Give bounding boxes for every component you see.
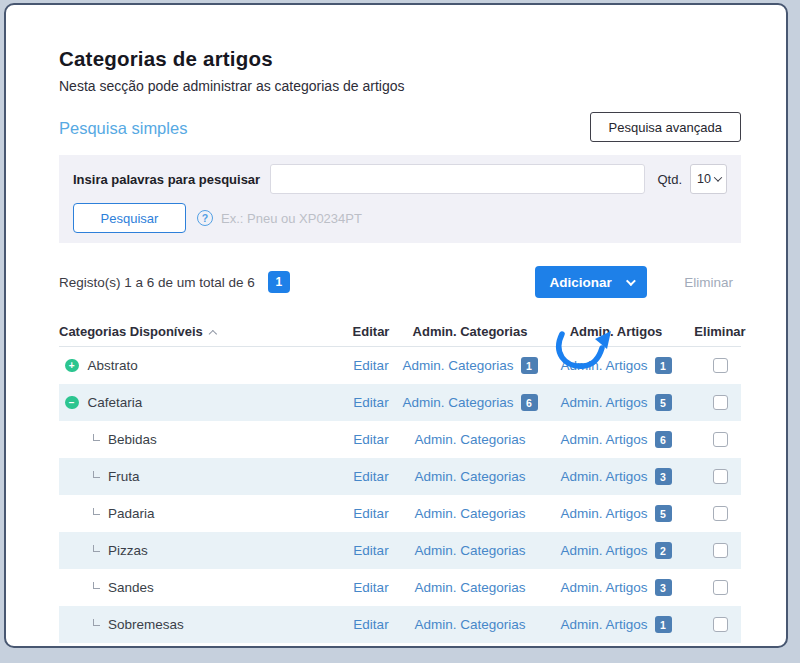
admin-articles-cell: Admin. Artigos5 — [537, 394, 695, 411]
category-name: Sobremesas — [108, 617, 184, 632]
qty-select[interactable]: 10 — [690, 164, 727, 194]
row-checkbox[interactable] — [713, 506, 728, 521]
page-title: Categorias de artigos — [59, 47, 741, 71]
admin-categories-link[interactable]: Admin. Categorias — [402, 395, 513, 410]
collapse-minus-icon[interactable]: − — [65, 396, 79, 410]
column-header-edit: Editar — [339, 324, 403, 339]
chevron-down-icon — [714, 173, 722, 181]
table-row: PizzasEditarAdmin. CategoriasAdmin. Arti… — [59, 532, 741, 569]
subcategory-branch-icon — [93, 508, 100, 515]
admin-articles-link[interactable]: Admin. Artigos — [560, 506, 647, 521]
row-checkbox[interactable] — [713, 617, 728, 632]
edit-cell: Editar — [339, 432, 403, 447]
admin-articles-cell: Admin. Artigos1 — [537, 357, 695, 374]
admin-articles-count-badge[interactable]: 3 — [655, 468, 672, 485]
records-summary: Registo(s) 1 a 6 de um total de 6 — [59, 275, 255, 290]
admin-articles-link[interactable]: Admin. Artigos — [560, 395, 647, 410]
category-name-cell: Fruta — [59, 469, 339, 484]
edit-link[interactable]: Editar — [353, 395, 388, 410]
help-icon[interactable]: ? — [197, 210, 213, 226]
row-checkbox[interactable] — [713, 395, 728, 410]
edit-link[interactable]: Editar — [353, 469, 388, 484]
admin-articles-cell: Admin. Artigos5 — [537, 505, 695, 522]
admin-articles-cell: Admin. Artigos1 — [537, 616, 695, 633]
admin-articles-link[interactable]: Admin. Artigos — [560, 358, 647, 373]
pagination-page-button[interactable]: 1 — [268, 271, 290, 293]
add-button[interactable]: Adicionar — [535, 266, 647, 298]
edit-cell: Editar — [339, 358, 403, 373]
table-row: −CafetariaEditarAdmin. Categorias6Admin.… — [59, 384, 741, 421]
records-toolbar: Registo(s) 1 a 6 de um total de 6 1 Adic… — [59, 266, 741, 298]
admin-articles-count-badge[interactable]: 1 — [655, 616, 672, 633]
table-body: +AbstratoEditarAdmin. Categorias1Admin. … — [59, 347, 741, 643]
categories-table: Categorias Disponíveis Editar Admin. Cat… — [59, 321, 741, 643]
edit-cell: Editar — [339, 469, 403, 484]
row-checkbox[interactable] — [713, 358, 728, 373]
advanced-search-button[interactable]: Pesquisa avançada — [590, 112, 741, 142]
edit-link[interactable]: Editar — [353, 358, 388, 373]
add-button-label: Adicionar — [550, 275, 612, 290]
admin-articles-link[interactable]: Admin. Artigos — [560, 617, 647, 632]
admin-categories-link[interactable]: Admin. Categorias — [414, 543, 525, 558]
qty-label: Qtd. — [657, 172, 682, 187]
delete-selected-link[interactable]: Eliminar — [684, 275, 733, 290]
column-header-delete: Eliminar — [695, 324, 745, 339]
edit-cell: Editar — [339, 395, 403, 410]
admin-categories-link[interactable]: Admin. Categorias — [414, 506, 525, 521]
search-input[interactable] — [270, 164, 645, 194]
category-name-cell: Sandes — [59, 580, 339, 595]
category-name-cell: +Abstrato — [59, 358, 339, 373]
admin-categories-link[interactable]: Admin. Categorias — [402, 358, 513, 373]
column-header-category[interactable]: Categorias Disponíveis — [59, 324, 339, 339]
admin-categories-link[interactable]: Admin. Categorias — [414, 617, 525, 632]
edit-link[interactable]: Editar — [353, 580, 388, 595]
delete-cell — [695, 580, 745, 595]
edit-cell: Editar — [339, 617, 403, 632]
simple-search-title: Pesquisa simples — [59, 119, 187, 142]
row-checkbox[interactable] — [713, 432, 728, 447]
search-section-header: Pesquisa simples Pesquisa avançada — [59, 112, 741, 142]
admin-articles-link[interactable]: Admin. Artigos — [560, 469, 647, 484]
admin-categories-cell: Admin. Categorias — [403, 432, 537, 447]
row-checkbox[interactable] — [713, 580, 728, 595]
table-row: SandesEditarAdmin. CategoriasAdmin. Arti… — [59, 569, 741, 606]
subcategory-branch-icon — [93, 434, 100, 441]
table-row: SobremesasEditarAdmin. CategoriasAdmin. … — [59, 606, 741, 643]
table-row: PadariaEditarAdmin. CategoriasAdmin. Art… — [59, 495, 741, 532]
search-button[interactable]: Pesquisar — [73, 203, 186, 233]
admin-categories-link[interactable]: Admin. Categorias — [414, 580, 525, 595]
admin-articles-count-badge[interactable]: 2 — [655, 542, 672, 559]
chevron-down-icon — [626, 276, 636, 286]
admin-articles-link[interactable]: Admin. Artigos — [560, 543, 647, 558]
admin-articles-count-badge[interactable]: 3 — [655, 579, 672, 596]
table-row: FrutaEditarAdmin. CategoriasAdmin. Artig… — [59, 458, 741, 495]
admin-articles-link[interactable]: Admin. Artigos — [560, 432, 647, 447]
admin-categories-cell: Admin. Categorias — [403, 469, 537, 484]
category-name-cell: Padaria — [59, 506, 339, 521]
admin-articles-count-badge[interactable]: 1 — [655, 357, 672, 374]
row-checkbox[interactable] — [713, 469, 728, 484]
edit-link[interactable]: Editar — [353, 432, 388, 447]
category-name: Cafetaria — [88, 395, 143, 410]
admin-categories-count-badge[interactable]: 6 — [521, 394, 538, 411]
admin-articles-count-badge[interactable]: 5 — [655, 505, 672, 522]
admin-articles-count-badge[interactable]: 5 — [655, 394, 672, 411]
edit-link[interactable]: Editar — [353, 543, 388, 558]
edit-cell: Editar — [339, 543, 403, 558]
admin-categories-link[interactable]: Admin. Categorias — [414, 432, 525, 447]
admin-categories-link[interactable]: Admin. Categorias — [414, 469, 525, 484]
admin-articles-cell: Admin. Artigos3 — [537, 579, 695, 596]
category-name: Bebidas — [108, 432, 157, 447]
delete-cell — [695, 506, 745, 521]
admin-articles-link[interactable]: Admin. Artigos — [560, 580, 647, 595]
edit-link[interactable]: Editar — [353, 617, 388, 632]
row-checkbox[interactable] — [713, 543, 728, 558]
edit-link[interactable]: Editar — [353, 506, 388, 521]
category-name-cell: Pizzas — [59, 543, 339, 558]
delete-cell — [695, 543, 745, 558]
expand-plus-icon[interactable]: + — [65, 359, 79, 373]
admin-articles-count-badge[interactable]: 6 — [655, 431, 672, 448]
category-name-cell: Bebidas — [59, 432, 339, 447]
admin-categories-count-badge[interactable]: 1 — [521, 357, 538, 374]
search-panel: Insira palavras para pesquisar Qtd. 10 P… — [59, 155, 741, 243]
